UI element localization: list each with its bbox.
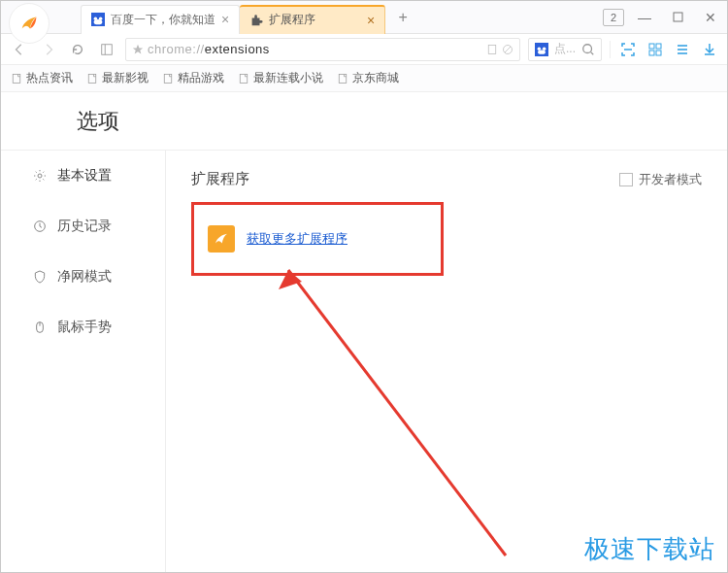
search-placeholder: 点... bbox=[554, 41, 576, 57]
main-content: 扩展程序 开发者模式 获取更多扩展程序 极速下载站 bbox=[166, 151, 727, 572]
page-icon bbox=[162, 73, 174, 84]
tab-label: 扩展程序 bbox=[269, 12, 315, 28]
tab-count-badge[interactable]: 2 bbox=[603, 9, 624, 26]
svg-rect-17 bbox=[649, 44, 654, 49]
url-input[interactable]: chrome://extensions bbox=[125, 38, 520, 61]
svg-point-12 bbox=[543, 47, 546, 51]
baidu-icon bbox=[91, 13, 105, 26]
gear-icon bbox=[32, 168, 48, 184]
page-icon bbox=[337, 73, 348, 84]
get-more-extensions-link[interactable]: 获取更多扩展程序 bbox=[247, 230, 347, 248]
svg-rect-28 bbox=[339, 74, 347, 83]
close-window-button[interactable]: ✕ bbox=[698, 5, 723, 30]
svg-point-11 bbox=[538, 47, 542, 51]
search-engine-box[interactable]: 点... bbox=[528, 38, 602, 61]
sidebar-item-clean-mode[interactable]: 净网模式 bbox=[1, 252, 165, 302]
extension-store-icon bbox=[208, 225, 235, 253]
sidebar-item-label: 历史记录 bbox=[57, 218, 112, 235]
sidebar-item-mouse-gesture[interactable]: 鼠标手势 bbox=[1, 302, 165, 353]
svg-rect-4 bbox=[674, 13, 682, 21]
bookmark-item[interactable]: 京东商城 bbox=[337, 70, 399, 86]
tab-label: 百度一下，你就知道 bbox=[111, 12, 215, 28]
tab-baidu[interactable]: 百度一下，你就知道 × bbox=[81, 5, 240, 34]
scan-icon[interactable] bbox=[618, 40, 638, 59]
svg-rect-27 bbox=[240, 74, 248, 83]
highlight-annotation: 获取更多扩展程序 bbox=[191, 202, 444, 276]
svg-rect-5 bbox=[102, 44, 113, 54]
svg-rect-25 bbox=[88, 74, 96, 83]
sidebar-item-label: 鼠标手势 bbox=[57, 319, 112, 336]
shield-icon bbox=[32, 269, 48, 285]
bookmarks-bar: 热点资讯 最新影视 精品游戏 最新连载小说 京东商城 bbox=[1, 65, 727, 92]
sidebar-item-history[interactable]: 历史记录 bbox=[1, 201, 165, 252]
forward-button[interactable] bbox=[38, 39, 59, 60]
sidebar-toggle-button[interactable] bbox=[96, 39, 117, 60]
page-title-bar: 选项 bbox=[1, 92, 727, 151]
close-icon[interactable]: × bbox=[367, 13, 375, 28]
svg-point-3 bbox=[94, 19, 103, 24]
page-title: 选项 bbox=[77, 107, 119, 136]
devmode-label: 开发者模式 bbox=[639, 171, 702, 188]
checkbox-icon[interactable] bbox=[619, 173, 633, 186]
sidebar-item-basic-settings[interactable]: 基本设置 bbox=[1, 151, 165, 201]
puzzle-icon bbox=[249, 14, 263, 27]
download-icon[interactable] bbox=[700, 40, 719, 59]
hummingbird-icon bbox=[18, 13, 40, 34]
sidebar-item-label: 净网模式 bbox=[57, 268, 112, 286]
svg-point-29 bbox=[38, 174, 42, 178]
page-icon[interactable] bbox=[486, 44, 498, 55]
svg-point-13 bbox=[538, 50, 546, 53]
svg-rect-24 bbox=[13, 74, 20, 83]
new-tab-button[interactable]: + bbox=[389, 4, 416, 31]
minimize-button[interactable]: — bbox=[632, 5, 657, 30]
svg-line-9 bbox=[505, 47, 511, 52]
bookmark-item[interactable]: 热点资讯 bbox=[11, 70, 73, 86]
svg-rect-20 bbox=[656, 51, 661, 55]
mouse-icon bbox=[32, 320, 48, 335]
block-icon[interactable] bbox=[502, 44, 513, 55]
page-icon bbox=[86, 73, 98, 84]
watermark: 极速下载站 bbox=[584, 532, 715, 566]
sidebar-item-label: 基本设置 bbox=[57, 167, 112, 185]
page-icon bbox=[11, 73, 22, 84]
titlebar: 百度一下，你就知道 × 扩展程序 × + 2 — ✕ bbox=[1, 1, 727, 34]
close-icon[interactable]: × bbox=[221, 12, 229, 27]
svg-rect-19 bbox=[649, 51, 654, 55]
svg-rect-10 bbox=[535, 43, 548, 56]
main-title: 扩展程序 bbox=[191, 170, 249, 188]
svg-rect-7 bbox=[488, 45, 496, 53]
annotation-arrow-icon bbox=[273, 253, 525, 563]
reload-button[interactable] bbox=[67, 39, 88, 60]
search-icon[interactable] bbox=[581, 43, 595, 56]
apps-icon[interactable] bbox=[645, 40, 665, 59]
svg-point-14 bbox=[583, 44, 592, 52]
developer-mode-checkbox[interactable]: 开发者模式 bbox=[619, 171, 702, 188]
maximize-button[interactable] bbox=[665, 5, 690, 30]
svg-line-15 bbox=[591, 51, 594, 54]
clock-icon bbox=[32, 219, 48, 234]
address-bar: chrome://extensions 点... bbox=[1, 34, 727, 65]
svg-rect-26 bbox=[164, 74, 172, 83]
sidebar: 基本设置 历史记录 净网模式 鼠标手势 bbox=[1, 151, 166, 572]
menu-icon[interactable] bbox=[673, 40, 692, 59]
baidu-icon bbox=[535, 43, 548, 56]
star-icon[interactable] bbox=[132, 44, 144, 55]
bookmark-item[interactable]: 精品游戏 bbox=[162, 70, 224, 86]
svg-line-33 bbox=[288, 270, 506, 556]
bookmark-item[interactable]: 最新连载小说 bbox=[238, 70, 323, 86]
svg-rect-18 bbox=[656, 44, 661, 49]
browser-logo bbox=[1, 1, 59, 34]
page-icon bbox=[238, 73, 249, 84]
url-text: chrome://extensions bbox=[148, 42, 482, 56]
tab-extensions[interactable]: 扩展程序 × bbox=[240, 5, 385, 34]
bookmark-item[interactable]: 最新影视 bbox=[86, 70, 149, 86]
